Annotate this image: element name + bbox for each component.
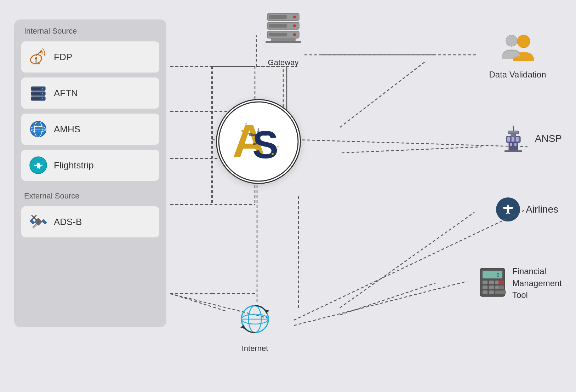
- internal-sources-list: FDP AFTN: [21, 41, 159, 181]
- svg-rect-93: [514, 143, 517, 146]
- svg-rect-49: [41, 219, 47, 225]
- gateway-label: Gateway: [268, 58, 299, 67]
- svg-rect-64: [266, 41, 301, 43]
- svg-rect-40: [33, 98, 40, 99]
- svg-rect-86: [516, 137, 519, 142]
- flightstrip-label: Flightstrip: [54, 160, 94, 171]
- airplane-circle-icon: [29, 156, 47, 174]
- external-source-label: External Source: [21, 191, 159, 201]
- aftn-item: AFTN: [21, 77, 159, 109]
- ansp-label: ANSP: [535, 133, 562, 144]
- sources-panel: Internal Source: [14, 19, 166, 327]
- satellite-cross-icon: [29, 213, 47, 231]
- ads-b-item: ADS-B: [21, 206, 159, 237]
- aftn-label: AFTN: [54, 88, 78, 99]
- svg-rect-102: [483, 286, 487, 289]
- diagram-container: Internal Source: [0, 0, 576, 392]
- svg-point-59: [293, 24, 296, 27]
- data-validation-node: Data Validation: [479, 34, 557, 80]
- people-icon: [495, 34, 541, 67]
- svg-point-81: [506, 35, 517, 46]
- svg-point-68: [241, 130, 244, 132]
- svg-line-121: [294, 281, 467, 325]
- svg-rect-108: [495, 290, 506, 294]
- svg-rect-58: [269, 24, 287, 28]
- svg-point-72: [238, 150, 240, 151]
- svg-point-71: [277, 146, 279, 148]
- svg-rect-63: [271, 38, 296, 41]
- amhs-item: AMHS: [21, 114, 159, 145]
- airlines-label: Airlines: [526, 204, 558, 215]
- svg-line-23: [340, 212, 474, 308]
- svg-rect-38: [33, 88, 40, 90]
- satellite-dish-icon: [29, 48, 47, 66]
- svg-rect-55: [269, 15, 287, 19]
- svg-point-31: [35, 57, 37, 59]
- svg-rect-106: [483, 290, 487, 294]
- internal-source-label: Internal Source: [21, 27, 159, 36]
- svg-rect-99: [489, 281, 494, 284]
- financial-label: FinancialManagementTool: [512, 265, 562, 301]
- svg-point-62: [293, 33, 296, 36]
- svg-rect-61: [269, 33, 287, 36]
- external-sources-list: ADS-B: [21, 206, 159, 237]
- svg-point-90: [513, 126, 514, 127]
- svg-rect-85: [512, 137, 514, 142]
- svg-rect-39: [33, 93, 40, 94]
- calculator-icon: 0: [478, 266, 507, 300]
- internet-node: Internet: [235, 301, 274, 353]
- svg-rect-82: [509, 142, 518, 151]
- svg-rect-101: [498, 281, 504, 284]
- svg-rect-103: [489, 286, 494, 289]
- svg-line-122: [171, 294, 227, 311]
- svg-line-19: [340, 62, 425, 127]
- gateway-node: Gateway: [262, 10, 304, 67]
- server-icon: [29, 84, 47, 102]
- svg-line-21: [342, 147, 481, 153]
- ansp-node: ANSP: [497, 124, 562, 154]
- as-logo-circle: A S: [216, 99, 301, 184]
- fdp-label: FDP: [54, 52, 72, 63]
- amhs-label: AMHS: [54, 124, 80, 135]
- financial-node: 0 FinancialManagementTool: [478, 265, 562, 301]
- svg-text:0: 0: [496, 272, 499, 278]
- svg-point-36: [42, 93, 43, 94]
- airlines-node: Airlines: [496, 197, 558, 221]
- svg-point-37: [42, 98, 43, 99]
- svg-rect-105: [498, 286, 504, 289]
- svg-line-24: [340, 283, 435, 315]
- airlines-circle-icon: [496, 197, 520, 221]
- internet-label: Internet: [242, 344, 268, 353]
- svg-rect-92: [510, 143, 512, 146]
- svg-point-28: [40, 51, 42, 53]
- gateway-server-icon: [262, 10, 304, 54]
- flightstrip-item: Flightstrip: [21, 150, 159, 181]
- globe-icon: [29, 120, 47, 138]
- svg-rect-98: [483, 281, 487, 284]
- svg-point-70: [272, 153, 274, 155]
- data-validation-label: Data Validation: [489, 70, 546, 80]
- svg-point-80: [517, 35, 530, 48]
- internet-icon: [235, 301, 274, 341]
- fdp-item: FDP: [21, 41, 159, 73]
- svg-rect-84: [507, 137, 510, 142]
- svg-rect-107: [489, 290, 494, 294]
- svg-point-69: [245, 123, 247, 125]
- svg-point-56: [293, 16, 296, 18]
- svg-line-117: [297, 140, 527, 147]
- ads-b-label: ADS-B: [54, 217, 82, 227]
- svg-rect-88: [508, 131, 519, 134]
- tower-icon: [497, 124, 529, 154]
- svg-rect-91: [504, 150, 522, 152]
- svg-text:S: S: [252, 123, 278, 166]
- svg-point-35: [42, 88, 43, 90]
